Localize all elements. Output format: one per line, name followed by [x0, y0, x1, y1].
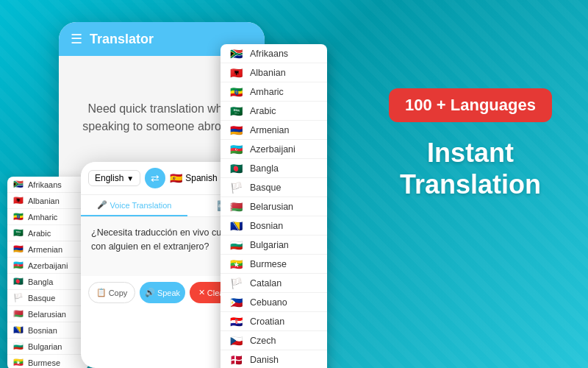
flag-icon: 🇦🇲: [228, 124, 244, 135]
language-name: Arabic: [28, 229, 51, 238]
flag-icon: 🇦🇿: [13, 261, 24, 270]
right-panel: 100 + Languages Instant Translation: [382, 88, 559, 200]
flag-icon: 🇿🇦: [13, 180, 24, 189]
flag-icon: 🇧🇦: [13, 325, 24, 335]
copy-button[interactable]: 📋 Copy: [88, 282, 135, 303]
left-language-item[interactable]: 🇲🇲Burmese: [7, 355, 88, 368]
flag-icon: 🇦🇱: [228, 67, 244, 78]
phone-back-title: Translator: [90, 32, 154, 47]
flag-icon: 🇸🇦: [228, 105, 244, 116]
language-list-item[interactable]: 🇧🇬Bulgarian: [220, 236, 327, 255]
language-list-item[interactable]: 🇧🇾Belarusian: [220, 197, 327, 216]
left-language-item[interactable]: 🇧🇾Belarusian: [7, 306, 88, 322]
left-language-list[interactable]: 🇿🇦Afrikaans🇦🇱Albanian🇪🇹Amharic🇸🇦Arabic🇦🇲…: [7, 177, 88, 368]
language-name: Albanian: [28, 197, 60, 205]
language-name: Belarusian: [28, 310, 66, 319]
language-list-item[interactable]: 🇲🇲Burmese: [220, 255, 327, 274]
language-name: Afrikaans: [28, 180, 62, 189]
language-name: Azerbaijani: [250, 144, 295, 155]
language-name: Albanian: [250, 68, 286, 78]
language-name: Bosnian: [250, 221, 283, 231]
language-name: Amharic: [28, 213, 57, 222]
left-language-item[interactable]: 🇦🇿Azerbaijani: [7, 258, 88, 274]
language-list-item[interactable]: 🇵🇭Cebuano: [220, 293, 327, 312]
left-language-item[interactable]: 🇿🇦Afrikaans: [7, 177, 88, 193]
language-list-item[interactable]: 🇿🇦Afrikaans: [220, 44, 327, 63]
language-dropdown[interactable]: 🇿🇦Afrikaans🇦🇱Albanian🇪🇹Amharic🇸🇦Arabic🇦🇲…: [220, 44, 327, 368]
language-name: Bulgarian: [250, 240, 289, 250]
mic-icon: 🎤: [97, 200, 107, 210]
flag-icon: 🇦🇱: [13, 196, 24, 205]
flag-icon: 🏳️: [13, 293, 24, 302]
flag-icon: 🏳️: [228, 182, 244, 193]
flag-icon: 🇨🇿: [228, 335, 244, 346]
flag-icon: 🇧🇬: [228, 239, 244, 250]
language-name: Bulgarian: [28, 342, 62, 351]
left-language-item[interactable]: 🇧🇬Bulgarian: [7, 339, 88, 355]
language-name: Croatian: [250, 316, 284, 327]
language-name: Arabic: [250, 106, 276, 116]
swap-languages-button[interactable]: ⇄: [145, 168, 165, 188]
language-name: Catalan: [250, 278, 282, 289]
flag-icon: 🇧🇩: [228, 163, 244, 174]
app-container: 100 + Languages Instant Translation ☰ Tr…: [0, 0, 588, 368]
target-language-selector[interactable]: 🇪🇸 Spanish: [170, 172, 217, 184]
flag-icon: 🇵🇭: [228, 297, 244, 308]
flag-icon: 🇧🇾: [228, 201, 244, 212]
language-list-item[interactable]: 🇦🇱Albanian: [220, 63, 327, 82]
left-language-item[interactable]: 🇦🇲Armenian: [7, 241, 88, 258]
language-name: Danish: [250, 355, 279, 365]
language-name: Bangla: [250, 163, 279, 174]
left-language-item[interactable]: 🇦🇱Albanian: [7, 193, 88, 209]
source-language-selector[interactable]: English ▼: [88, 170, 140, 186]
flag-icon: 🇧🇾: [13, 309, 24, 319]
flag-icon: 🇭🇷: [228, 316, 244, 327]
language-list-item[interactable]: 🇩🇰Danish: [220, 350, 327, 368]
language-list-item[interactable]: 🏳️Catalan: [220, 274, 327, 293]
left-language-item[interactable]: 🇪🇹Amharic: [7, 209, 88, 225]
language-name: Cebuano: [250, 297, 287, 308]
left-language-item[interactable]: 🏳️Basque: [7, 290, 88, 306]
language-name: Burmese: [250, 259, 287, 269]
language-name: Armenian: [250, 125, 290, 135]
language-list-item[interactable]: 🇦🇲Armenian: [220, 121, 327, 140]
flag-icon: 🇧🇦: [228, 220, 244, 231]
source-lang-label: English: [95, 173, 123, 183]
voice-translation-tab[interactable]: 🎤 Voice Translation: [81, 195, 187, 216]
language-name: Amharic: [250, 87, 284, 97]
left-language-item[interactable]: 🇸🇦Arabic: [7, 225, 88, 241]
flag-icon: 🇦🇿: [228, 144, 244, 155]
language-name: Bangla: [28, 277, 53, 286]
flag-icon: 🇿🇦: [228, 48, 244, 59]
flag-icon: 🇲🇲: [13, 358, 24, 367]
copy-icon: 📋: [96, 288, 107, 297]
language-list-item[interactable]: 🇨🇿Czech: [220, 331, 327, 350]
flag-icon: 🇦🇲: [13, 244, 24, 254]
language-list-item[interactable]: 🇧🇩Bangla: [220, 159, 327, 178]
hero-title: Instant Translation: [382, 137, 559, 200]
language-name: Azerbaijani: [28, 261, 68, 270]
hamburger-icon[interactable]: ☰: [71, 31, 82, 47]
flag-icon: 🇩🇰: [228, 354, 244, 365]
language-list-item[interactable]: 🇪🇹Amharic: [220, 82, 327, 102]
language-list-item[interactable]: 🇧🇦Bosnian: [220, 216, 327, 236]
flag-icon: 🇪🇹: [228, 86, 244, 97]
languages-badge: 100 + Languages: [389, 88, 552, 122]
left-language-item[interactable]: 🇧🇦Bosnian: [7, 322, 88, 339]
flag-icon: 🇸🇦: [13, 228, 24, 238]
speak-button[interactable]: 🔊 Speak: [140, 282, 185, 303]
language-list-item[interactable]: 🇦🇿Azerbaijani: [220, 140, 327, 159]
flag-icon: 🇧🇩: [13, 277, 24, 286]
flag-icon: 🇧🇬: [13, 342, 24, 351]
left-language-item[interactable]: 🇧🇩Bangla: [7, 274, 88, 290]
flag-icon: 🇲🇲: [228, 258, 244, 269]
language-list-item[interactable]: 🇸🇦Arabic: [220, 102, 327, 121]
clear-icon: ✕: [198, 288, 205, 297]
language-name: Basque: [250, 183, 281, 193]
language-list-item[interactable]: 🏳️Basque: [220, 178, 327, 197]
flag-icon: 🏳️: [228, 277, 244, 289]
language-name: Burmese: [28, 358, 60, 367]
language-name: Bosnian: [28, 326, 57, 335]
language-list-item[interactable]: 🇭🇷Croatian: [220, 312, 327, 331]
flag-icon: 🇪🇹: [13, 212, 24, 222]
